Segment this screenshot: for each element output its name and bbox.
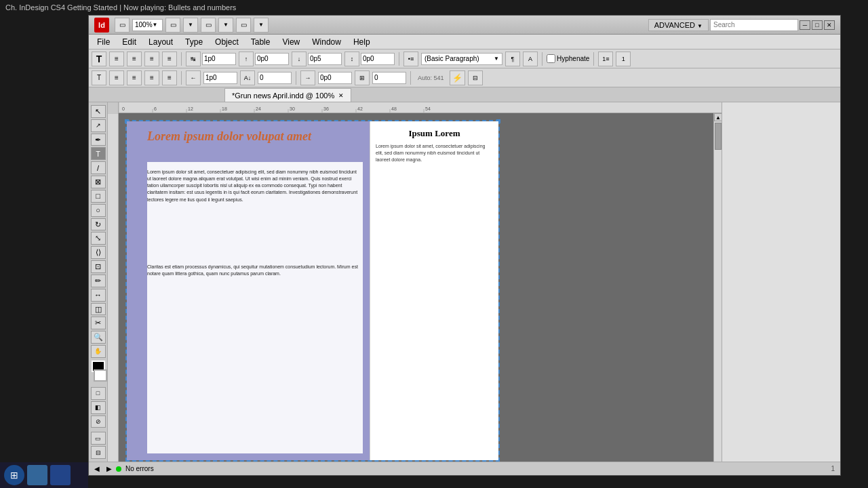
tab-close-btn[interactable]: ✕	[338, 92, 344, 99]
menu-help[interactable]: Help	[348, 36, 376, 48]
ruler-svg: 0 6 12 18 24 30 36 42	[119, 102, 722, 113]
advanced-btn[interactable]: ADVANCED ▼	[648, 19, 709, 31]
space-before-icon: ↑	[239, 52, 254, 66]
lightning-btn[interactable]: ⚡	[450, 70, 465, 85]
view-btn-2[interactable]: ▭	[201, 18, 216, 33]
align-left[interactable]: ≡	[109, 52, 124, 66]
ellipse-tool[interactable]: ○	[91, 204, 106, 217]
grid-view-btn[interactable]: ⊟	[468, 70, 483, 85]
left-page-body2: Claritas est etiam processus dynamicus, …	[147, 264, 360, 277]
align-group1[interactable]: ≡	[109, 70, 124, 85]
text-mode-btn[interactable]: T	[92, 70, 106, 85]
align-group3[interactable]: ≡	[144, 70, 159, 85]
ruler-left-svg	[108, 113, 119, 462]
menu-table[interactable]: Table	[245, 36, 276, 48]
align-right[interactable]: ≡	[144, 52, 159, 66]
space-before-input[interactable]	[255, 53, 289, 65]
align-center[interactable]: ≡	[127, 52, 142, 66]
document-tab[interactable]: *Grun news April.indd @ 100% ✕	[224, 88, 351, 102]
view-dropdown-1[interactable]: ▼	[183, 18, 198, 33]
menu-type[interactable]: Type	[180, 36, 208, 48]
right-intro-text: Lorem ipsum dolor sit amet, consectetuer…	[376, 144, 485, 162]
left-page-body1: Lorem ipsum dolor sit amet, consectetuer…	[147, 169, 360, 203]
indent-right-btn[interactable]: →	[300, 70, 315, 85]
hand-tool[interactable]: ✋	[91, 345, 106, 358]
ruler-top: 0 6 12 18 24 30 36 42	[119, 102, 722, 113]
view-btn-3[interactable]: ▭	[236, 18, 251, 33]
page-number: 1	[831, 465, 835, 472]
start-btn[interactable]: ⊞	[4, 465, 24, 485]
free-transform-tool[interactable]: ⊡	[91, 260, 106, 273]
paragraph-style-select[interactable]: (Basic Paragraph) ▼	[421, 53, 502, 65]
apply-none-btn[interactable]: ⊘	[91, 415, 106, 428]
format-toolbar: T ≡ ≡ ≡ ≡ ← A↓ → ⊞ Auto: 541 ⚡ ⊟	[89, 68, 840, 87]
rotate-tool[interactable]: ↻	[91, 218, 106, 231]
grid-btn[interactable]: ⊞	[355, 70, 370, 85]
char-style-btn[interactable]: A	[523, 52, 538, 66]
menu-edit[interactable]: Edit	[117, 36, 142, 48]
space-after-input[interactable]	[308, 53, 342, 65]
toolbar-row1: ▭ 100% ▼ ▭ ▼ ▭ ▼ ▭ ▼	[115, 18, 269, 33]
leading-input[interactable]	[361, 53, 395, 65]
gradient-tool[interactable]: ◫	[91, 303, 106, 316]
zoom-input[interactable]: 100% ▼	[132, 19, 163, 31]
align-group4[interactable]: ≡	[162, 70, 177, 85]
view-btn-1[interactable]: ▭	[165, 18, 180, 33]
measure-tool[interactable]: ↔	[91, 289, 106, 302]
preview-btn[interactable]: ▭	[91, 432, 106, 445]
bullets-icon[interactable]: •≡	[403, 52, 418, 66]
apply-gradient-btn[interactable]: ◧	[91, 401, 106, 414]
minimize-btn[interactable]: ─	[800, 20, 810, 30]
view-dropdown-2[interactable]: ▼	[218, 18, 233, 33]
search-input[interactable]	[710, 19, 798, 31]
close-btn[interactable]: ✕	[824, 20, 835, 30]
menu-window[interactable]: Window	[307, 36, 347, 48]
hyphenate-text: Hyphenate	[557, 55, 589, 62]
taskbar-icon-2[interactable]	[50, 465, 71, 485]
taskbar-icon-1[interactable]	[27, 465, 47, 485]
page-nav-btn-left[interactable]: ◀	[94, 465, 100, 472]
apply-color-btn[interactable]: □	[91, 387, 106, 400]
zoom-tool[interactable]: 🔍	[91, 331, 106, 344]
menu-view[interactable]: View	[277, 36, 305, 48]
leading-icon: ↕	[344, 52, 359, 66]
numbering-btn[interactable]: 1≡	[598, 52, 613, 66]
indent-left-btn[interactable]: ←	[186, 70, 201, 85]
rectangle-frame-tool[interactable]: ⊠	[91, 176, 106, 188]
text-tool-T[interactable]: T	[92, 52, 106, 66]
view-options-btn[interactable]: ▭	[115, 18, 130, 33]
view-dropdown-3[interactable]: ▼	[254, 18, 269, 33]
drop-cap-input[interactable]	[258, 72, 292, 84]
grid-input[interactable]	[372, 72, 406, 84]
eyedropper-tool[interactable]: ✏	[91, 274, 106, 287]
line-tool[interactable]: /	[91, 161, 106, 174]
rectangle-tool[interactable]: □	[91, 190, 106, 203]
scissors-tool[interactable]: ✂	[91, 317, 106, 329]
hyphenate-checkbox[interactable]	[547, 54, 555, 63]
para-style-btn[interactable]: ¶	[505, 52, 520, 66]
shear-tool[interactable]: ⟨⟩	[91, 246, 106, 259]
pen-tool[interactable]: ✒	[91, 134, 106, 146]
scroll-thumb[interactable]	[715, 123, 722, 150]
hyphenate-label[interactable]: Hyphenate	[547, 54, 589, 63]
vertical-scrollbar[interactable]: ▲ ▼	[713, 113, 722, 462]
maximize-btn[interactable]: □	[812, 20, 823, 30]
scale-tool[interactable]: ⤡	[91, 232, 106, 245]
indent-input[interactable]	[202, 53, 236, 65]
number-value-btn[interactable]: 1	[616, 52, 631, 66]
menu-object[interactable]: Object	[210, 36, 244, 48]
paragraph-toolbar: T ≡ ≡ ≡ ≡ ↹ ↑ ↓ ↕ •≡ (Basic Paragraph) ▼…	[89, 49, 840, 68]
align-justify[interactable]: ≡	[162, 52, 177, 66]
align-group2[interactable]: ≡	[127, 70, 142, 85]
type-tool[interactable]: T	[91, 147, 106, 160]
scroll-up-btn[interactable]: ▲	[714, 113, 722, 121]
direct-select-tool[interactable]: ↗	[91, 119, 106, 132]
normal-view-btn[interactable]: ⊟	[91, 446, 106, 459]
stroke-color[interactable]	[94, 369, 107, 381]
right-indent-input[interactable]	[318, 72, 352, 84]
select-tool[interactable]: ↖	[91, 105, 106, 118]
page-nav-btn-right[interactable]: ▶	[106, 465, 112, 472]
menu-layout[interactable]: Layout	[143, 36, 178, 48]
menu-file[interactable]: File	[92, 36, 115, 48]
left-indent-input[interactable]	[203, 72, 237, 84]
